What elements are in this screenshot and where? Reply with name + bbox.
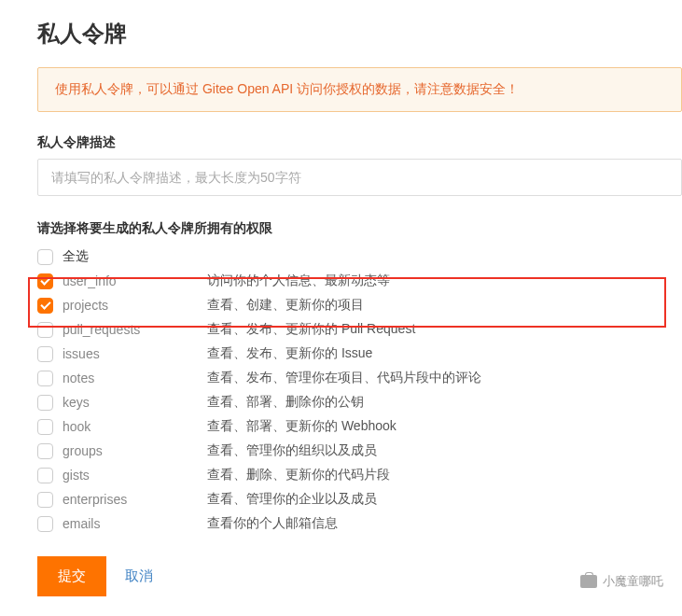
perm-key: keys	[63, 395, 207, 410]
notice-suffix: 访问你授权的数据，请注意数据安全！	[293, 81, 519, 96]
notice-banner: 使用私人令牌，可以通过 Gitee Open API 访问你授权的数据，请注意数…	[37, 67, 682, 112]
select-all-row: 全选	[37, 245, 682, 269]
perm-desc: 查看、发布、更新你的 Pull Request	[207, 321, 415, 338]
perm-desc: 查看、管理你的组织以及成员	[207, 442, 377, 459]
perm-key: enterprises	[63, 492, 207, 507]
perm-key: gists	[63, 468, 207, 483]
perm-checkbox-projects[interactable]	[37, 298, 53, 314]
perm-checkbox-pull_requests[interactable]	[37, 322, 53, 338]
perm-row: gists查看、删除、更新你的代码片段	[37, 463, 682, 487]
perm-checkbox-enterprises[interactable]	[37, 492, 53, 508]
notice-prefix: 使用私人令牌，可以通过	[55, 81, 202, 96]
perm-desc: 查看、发布、更新你的 Issue	[207, 345, 372, 362]
perm-key: hook	[63, 419, 207, 434]
perm-desc: 查看、发布、管理你在项目、代码片段中的评论	[207, 370, 481, 386]
perm-desc: 查看、创建、更新你的项目	[207, 297, 364, 314]
perm-desc: 查看、管理你的企业以及成员	[207, 491, 377, 508]
perm-row: notes查看、发布、管理你在项目、代码片段中的评论	[37, 366, 682, 390]
perm-checkbox-hook[interactable]	[37, 419, 53, 435]
watermark-text: 小魔童哪吒	[603, 573, 663, 590]
perm-desc: 查看你的个人邮箱信息	[207, 515, 338, 532]
perm-checkbox-emails[interactable]	[37, 516, 53, 532]
perm-row: enterprises查看、管理你的企业以及成员	[37, 487, 682, 511]
page-title: 私人令牌	[37, 19, 682, 49]
cancel-button[interactable]: 取消	[125, 567, 153, 585]
perm-label: 请选择将要生成的私人令牌所拥有的权限	[37, 220, 682, 237]
perm-row: issues查看、发布、更新你的 Issue	[37, 342, 682, 366]
perm-key: emails	[63, 516, 207, 531]
perm-row: groups查看、管理你的组织以及成员	[37, 439, 682, 463]
perm-key: projects	[63, 298, 207, 313]
perm-checkbox-keys[interactable]	[37, 395, 53, 411]
select-all-checkbox[interactable]	[37, 249, 53, 265]
desc-input[interactable]	[37, 159, 682, 196]
perm-key: user_info	[63, 273, 207, 288]
perm-checkbox-user_info[interactable]	[37, 273, 53, 289]
perm-checkbox-notes[interactable]	[37, 371, 53, 386]
perm-desc: 查看、部署、更新你的 Webhook	[207, 418, 397, 435]
perm-row: keys查看、部署、删除你的公钥	[37, 390, 682, 414]
watermark: 小魔童哪吒	[580, 573, 663, 590]
submit-button[interactable]: 提交	[37, 556, 106, 596]
desc-label: 私人令牌描述	[37, 134, 682, 151]
perm-checkbox-groups[interactable]	[37, 443, 53, 459]
perm-row: emails查看你的个人邮箱信息	[37, 511, 682, 536]
perm-row: user_info访问你的个人信息、最新动态等	[37, 269, 682, 293]
notice-link[interactable]: Gitee Open API	[202, 81, 293, 96]
perm-checkbox-issues[interactable]	[37, 346, 53, 362]
perm-row: hook查看、部署、更新你的 Webhook	[37, 414, 682, 439]
perm-desc: 访问你的个人信息、最新动态等	[207, 273, 390, 289]
perm-row: projects查看、创建、更新你的项目	[37, 293, 682, 317]
perm-key: notes	[63, 371, 207, 385]
perm-checkbox-gists[interactable]	[37, 468, 53, 483]
perm-key: pull_requests	[63, 322, 207, 337]
perm-key: issues	[63, 346, 207, 361]
perm-desc: 查看、删除、更新你的代码片段	[207, 467, 390, 483]
perm-desc: 查看、部署、删除你的公钥	[207, 394, 364, 411]
perm-row: pull_requests查看、发布、更新你的 Pull Request	[37, 317, 682, 342]
perm-list: 全选 user_info访问你的个人信息、最新动态等projects查看、创建、…	[37, 245, 682, 536]
select-all-label: 全选	[63, 248, 89, 265]
wechat-icon	[580, 575, 597, 588]
perm-key: groups	[63, 443, 207, 458]
